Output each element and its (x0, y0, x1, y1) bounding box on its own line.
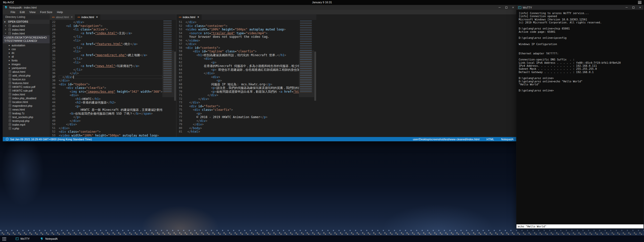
code-line[interactable]: 63 在香港的Minecraft 伺服器中，多為小遊戲和純生存的伺服器，較少擁有 (176, 64, 299, 68)
code-line[interactable]: 40 <div class="clearfix"> (50, 86, 162, 90)
status-file-path[interactable]: user/Desktop/screenshot/test/www cleaned… (413, 138, 479, 141)
code-line[interactable]: 51</div> (50, 126, 162, 130)
tree-file-item[interactable]: location.html (3, 100, 50, 104)
code-line[interactable]: 70 <p>如有問題或需要申請白名單，歡迎加入我們的 <a href="http… (176, 90, 299, 94)
code-line[interactable]: 27 <li> (50, 39, 162, 43)
code-line[interactable]: 30 <li> (50, 50, 162, 53)
open-editors-header[interactable]: ▾ OPEN EDITORS (3, 20, 50, 24)
code-line[interactable]: 74 <div id="footer"> (176, 105, 299, 108)
scrollbar-left[interactable] (174, 20, 176, 137)
app-launcher-icon[interactable] (2, 237, 6, 241)
close-icon[interactable]: × (71, 15, 73, 19)
editor-pane-right[interactable]: 51</div>52<div class="container">53<vide… (176, 20, 316, 137)
code-line[interactable]: 53<video width="100%" height="500px" aut… (50, 134, 162, 137)
close-icon[interactable]: × (96, 15, 98, 19)
tree-folder-item[interactable]: ▸images (3, 62, 50, 66)
minimap-slider[interactable] (162, 50, 174, 97)
scrollbar-thumb[interactable] (174, 52, 176, 101)
close-icon[interactable]: × (197, 15, 199, 19)
code-line[interactable]: 62 <p> (176, 61, 299, 64)
code-line[interactable]: 68 伺服器 IP 地址為： mcs.hkwtc.org</p> (176, 83, 299, 86)
tree-file-item[interactable]: trailer.mp4 (3, 123, 50, 126)
code-line[interactable]: 78 </div> (176, 119, 299, 123)
code-line[interactable]: 52<div class="container"> (50, 130, 162, 134)
status-app-name[interactable]: NotepadA (501, 138, 513, 141)
open-editor-item[interactable]: ×index.html (3, 28, 50, 31)
code-line[interactable]: 48 </p> (50, 115, 162, 119)
code-line[interactable]: 38</div> (50, 79, 162, 83)
wstty-titlebar[interactable]: WsTTY × (516, 5, 643, 10)
editor-pane-left[interactable]: 22 </div>23 <ul id="navigation">24 <li c… (50, 20, 176, 137)
tree-folder-item[interactable]: ▸fonts (3, 58, 50, 62)
code-line[interactable]: 80 </body> (176, 126, 299, 130)
code-line[interactable]: 69 <p>請注意，我們的伺服器為確保玩家及遊玩時的質素，我們對的服務器開 (176, 86, 299, 90)
code-line[interactable]: 71 </div> (176, 93, 299, 97)
tree-file-item[interactable]: x.php (3, 126, 50, 130)
notepada-titlebar[interactable]: NotepadA - index.html × (3, 5, 516, 10)
status-language-mode[interactable]: HTML (486, 138, 494, 141)
tree-folder-item[interactable]: ▸autostation (3, 43, 50, 47)
code-line[interactable]: 64 <p> 即使你不是建築師，你也能透過紅石師或鐵路工程師的身份加入我 (176, 68, 299, 72)
scrollbar-right[interactable] (314, 20, 316, 137)
code-line[interactable]: 59 <div id="tagline" class="clearfix"> (176, 50, 299, 53)
code-line[interactable]: 28 <a href="features.html">簡介</a> (50, 42, 162, 46)
maximize-button[interactable] (630, 5, 637, 10)
editor-tab[interactable]: <>index.html× (75, 14, 100, 20)
code-line[interactable]: 50 </div> (50, 123, 162, 126)
open-editor-item[interactable]: ×index.html (3, 31, 50, 35)
taskbar-item-notepada[interactable]: NotepadA (39, 237, 59, 241)
taskbar-item-wstty[interactable]: WsTTY (15, 237, 31, 241)
minimize-button[interactable] (623, 5, 630, 10)
tree-file-item[interactable]: features.html (3, 81, 50, 85)
code-line[interactable]: 65 </div> (176, 72, 299, 75)
tree-file-item[interactable]: HKWTC notice.pdf (3, 85, 50, 89)
tree-file-item[interactable]: mapredirect.php (3, 104, 50, 108)
code-line[interactable]: 22 </div> (50, 20, 162, 24)
tree-file-item[interactable]: teabag.7z (3, 111, 50, 115)
open-editor-item[interactable]: ×about.html (3, 24, 50, 28)
tree-file-item[interactable]: index.html (3, 92, 50, 96)
tree-file-item[interactable]: news.html (3, 108, 50, 111)
code-line[interactable]: 33 <li> (50, 61, 162, 64)
code-line[interactable]: 76 <p> (176, 112, 299, 116)
minimap-right[interactable] (299, 20, 314, 137)
code-line[interactable]: 81 </html> (176, 130, 299, 134)
code-line[interactable]: 66 <div> (176, 75, 299, 79)
workspace-root-item[interactable]: ▾USER:/DESKTOP/SCREENSHOT/TEST/WWW CLEAN… (3, 35, 50, 43)
code-line[interactable]: 58<div id="contents"> (176, 46, 299, 50)
code-line[interactable]: 26 </li> (50, 35, 162, 39)
minimap-slider[interactable] (299, 50, 314, 97)
code-line[interactable]: 56</video> (176, 39, 299, 43)
code-line[interactable]: 55 Your browser does not support the vid… (176, 35, 299, 39)
code-line[interactable]: 52<div class="container"> (176, 24, 299, 28)
tree-file-item[interactable]: favicon.ico (3, 77, 50, 81)
close-icon[interactable]: × (5, 24, 9, 27)
menu-item[interactable]: Font Size (38, 11, 55, 14)
code-line[interactable]: 39<div id="topbox"> (50, 83, 162, 86)
code-line[interactable]: 37 </div> (50, 75, 162, 79)
code-line[interactable]: 77 © 2018 - 2019 HKWTC Animation Gamer</… (176, 115, 299, 119)
tree-folder-item[interactable]: ▸yamlyamlml (3, 66, 50, 70)
menu-item[interactable]: Help (55, 11, 65, 14)
code-line[interactable]: 60 <h1>特別為建築及鐵路而設，現代化的 Minecraft 世界.</h1… (176, 53, 299, 57)
maximize-button[interactable] (503, 5, 510, 10)
code-line[interactable]: 29 </li> (50, 46, 162, 50)
scrollbar-thumb[interactable] (314, 52, 316, 101)
tree-file-item[interactable]: index.php_disabled (3, 96, 50, 100)
tree-folder-item[interactable]: ▸dl (3, 55, 50, 58)
code-line[interactable]: 45 <p> (50, 105, 162, 108)
code-line[interactable]: 79 </div> (176, 123, 299, 126)
code-line[interactable]: 53<video width="100%" height="500px" aut… (176, 28, 299, 31)
close-button[interactable]: × (510, 5, 516, 10)
terminal-output[interactable]: [info] Connecting to arozos WsTTY servic… (516, 10, 643, 224)
code-line[interactable]: 44 <h2>香港的建築伺服器</h2> (50, 101, 162, 105)
code-line[interactable]: 36 </ul> (50, 72, 162, 75)
code-line[interactable]: 57</div> (176, 42, 299, 46)
code-line[interactable]: 46 HKWTC 是一個 Minecraft 的建築伺服器，主要建築計劃包括鐵路 (50, 108, 162, 112)
code-line[interactable]: 25 <a href="index.html">主頁</a> (50, 31, 162, 35)
code-line[interactable]: 43 <h1>HKWTC</h1> (50, 97, 162, 101)
minimap-left[interactable] (162, 20, 174, 137)
menu-item[interactable]: File (8, 11, 18, 14)
editor-tab[interactable]: <>index.html× (176, 14, 202, 20)
code-line[interactable]: 73 </div> (176, 101, 299, 105)
